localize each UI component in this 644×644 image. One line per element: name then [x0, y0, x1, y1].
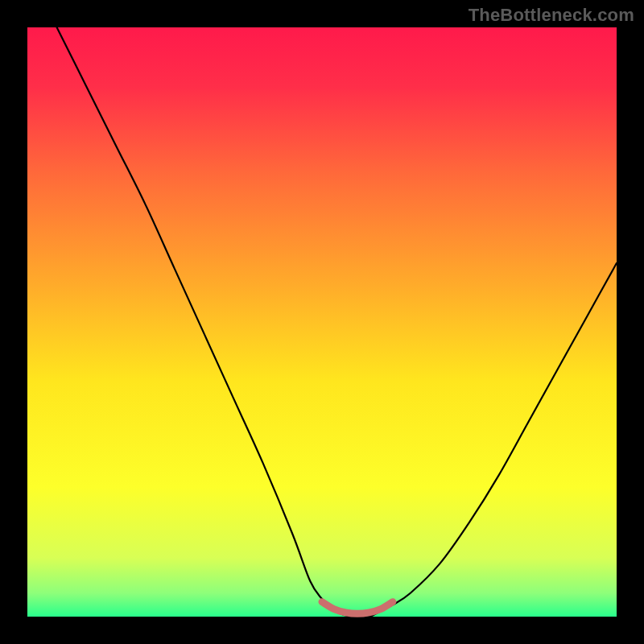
plot-background [27, 27, 617, 617]
chart-frame: TheBottleneck.com [0, 0, 644, 644]
bottleneck-chart [0, 0, 644, 644]
watermark: TheBottleneck.com [469, 5, 634, 26]
